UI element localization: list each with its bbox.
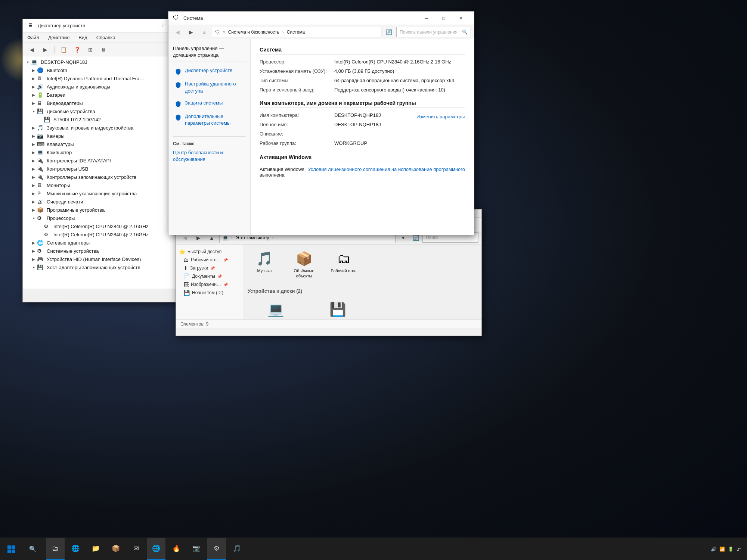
search-field[interactable]: Поиск в панели управления 🔍 <box>396 27 471 37</box>
folder-desktop[interactable]: 🗂 Рабочий стол <box>327 249 360 281</box>
tree-arrow-network[interactable]: ▶ <box>30 241 37 245</box>
sidebar-link-remote[interactable]: Настройка удаленного доступа <box>173 78 246 96</box>
tray-volume-icon[interactable]: 🔊 <box>711 547 716 552</box>
addr-up-button[interactable]: ▲ <box>198 27 210 38</box>
toolbar-back-button[interactable]: ◀ <box>26 44 38 55</box>
also-link-security[interactable]: Центр безопасности и обслуживания <box>173 149 246 163</box>
tree-arrow-intel[interactable]: ▶ <box>30 77 37 81</box>
nav-item-quickaccess[interactable]: ⭐ Быстрый доступ <box>176 248 243 256</box>
ram-label: Установленная память (ОЗУ): <box>260 68 334 74</box>
tree-arrow-bluetooth[interactable]: ▶ <box>30 68 37 72</box>
nav-item-newvol[interactable]: 💾 Новый том (D:) <box>176 289 243 297</box>
tray-network-icon[interactable]: 📶 <box>719 547 725 552</box>
system-close-button[interactable]: ✕ <box>452 12 469 25</box>
taskbar-icon-firefox[interactable]: 🔥 <box>167 538 186 560</box>
addr-part-security[interactable]: Система и безопасность <box>228 29 279 35</box>
activation-link[interactable]: Условия лицензионного соглашения на испо… <box>308 167 465 178</box>
toolbar-help-button[interactable]: ❓ <box>71 44 83 55</box>
taskbar-icon-camera[interactable]: 📷 <box>187 538 206 560</box>
tree-item-hid[interactable]: ▶ 🎮 Устройства HID (Human Interface Devi… <box>23 255 194 263</box>
taskbar-icon-browser[interactable]: 🌐 <box>147 538 165 560</box>
nav-item-downloads[interactable]: ⬇ Загрузки 📌 <box>176 264 243 272</box>
addr-forward-button[interactable]: ▶ <box>185 27 197 38</box>
start-button[interactable] <box>0 538 22 560</box>
system-maximize-button[interactable]: □ <box>435 12 452 25</box>
tree-arrow-sound[interactable]: ▶ <box>30 126 37 130</box>
addr-part-system[interactable]: Система <box>287 29 305 35</box>
tree-arrow-disks[interactable]: ▾ <box>30 109 37 113</box>
taskbar-icon-music[interactable]: 🎵 <box>227 538 246 560</box>
menu-view[interactable]: Вид <box>77 34 89 41</box>
toolbar-forward-button[interactable]: ▶ <box>39 44 51 55</box>
sidebar-link-advanced[interactable]: Дополнительные параметры системы <box>173 111 246 129</box>
computer-name-row: Имя компьютера: DESKTOP-NQHP18J <box>260 112 416 118</box>
tree-arrow-keyboards[interactable]: ▶ <box>30 142 37 146</box>
folder-3d-objects[interactable]: 📦 Объёмные объекты <box>287 249 321 281</box>
tree-label-video: Видеоадаптеры <box>47 100 83 106</box>
nav-pin-images: 📌 <box>223 283 228 287</box>
toolbar-monitor-button[interactable]: 🖥 <box>98 44 110 55</box>
tree-label-keyboards: Клавиатуры <box>47 141 74 147</box>
sidebar-home-label: Панель управления — домашняя страница <box>173 45 246 59</box>
sidebar-link-protection[interactable]: Защита системы <box>173 97 246 110</box>
menu-help[interactable]: Справка <box>95 34 117 41</box>
folder-music[interactable]: 🎵 Музыка <box>248 249 281 281</box>
taskbar-icon-filemanager[interactable]: 🗂 <box>46 538 65 560</box>
tree-arrow-sysdevices[interactable]: ▶ <box>30 249 37 253</box>
drive-d[interactable]: 💾 Новый том (D:) 302 ГБ свободно из 304 … <box>310 300 366 319</box>
drive-c[interactable]: 💻 Локальный диск (C:) 123 ГБ свободно из… <box>248 300 304 319</box>
tree-arrow-cameras[interactable]: ▶ <box>30 134 37 138</box>
nav-item-documents[interactable]: 📄 Документы 📌 <box>176 272 243 280</box>
change-params-container: Изменить параметры <box>416 112 465 119</box>
toolbar-properties-button[interactable]: 📋 <box>58 44 69 55</box>
addr-refresh-button[interactable]: 🔄 <box>383 27 395 38</box>
tree-arrow-storage-ctrl[interactable]: ▶ <box>30 175 37 179</box>
desktop-icon: 🗂 <box>183 257 189 263</box>
taskbar-icon-settings[interactable]: ⚙ <box>207 538 226 560</box>
taskbar-icon-mail[interactable]: ✉ <box>127 538 145 560</box>
nav-item-images[interactable]: 🖼 Изображени… 📌 <box>176 280 243 289</box>
menu-file[interactable]: Файл <box>26 34 41 41</box>
tree-arrow-print[interactable]: ▶ <box>30 200 37 204</box>
tree-arrow-usb[interactable]: ▶ <box>30 167 37 171</box>
address-field[interactable]: 🛡 « Система и безопасность › Система <box>212 27 381 37</box>
change-params-button[interactable]: Изменить параметры <box>416 114 465 119</box>
workgroup-row: Рабочая группа: WORKGROUP <box>260 140 416 146</box>
pen-value: Поддержка сенсорного ввода (точек касани… <box>334 87 465 93</box>
tree-arrow-video[interactable]: ▶ <box>30 101 37 105</box>
taskbar-icon-edge[interactable]: 🌐 <box>66 538 85 560</box>
computer-name-value: DESKTOP-NQHP18J <box>334 112 416 118</box>
st500-icon: 💾 <box>44 116 52 122</box>
taskbar-icon-folder[interactable]: 📁 <box>86 538 105 560</box>
system-minimize-button[interactable]: ─ <box>418 12 435 25</box>
tree-arrow-hid[interactable]: ▶ <box>30 257 37 261</box>
taskbar-icon-store[interactable]: 📦 <box>106 538 125 560</box>
tree-arrow-software[interactable]: ▶ <box>30 208 37 212</box>
tree-arrow-comp[interactable]: ▶ <box>30 150 37 155</box>
devmgr-minimize-button[interactable]: ─ <box>138 19 155 32</box>
taskbar-search-button[interactable]: 🔍 <box>22 538 43 560</box>
tree-arrow-monitors[interactable]: ▶ <box>30 183 37 187</box>
tree-item-host-adapters[interactable]: ▾ 💾 Хост-адаптеры запоминающих устройств <box>23 263 194 271</box>
addr-back-button[interactable]: ◀ <box>171 27 183 38</box>
sidebar-link-remote-text: Настройка удаленного доступа <box>185 81 244 94</box>
toolbar-view-button[interactable]: ⊞ <box>84 44 96 55</box>
tree-arrow-host-adapters[interactable]: ▾ <box>30 265 37 270</box>
tray-battery-icon[interactable]: 🔋 <box>728 547 734 552</box>
ram-row: Установленная память (ОЗУ): 4,00 ГБ (3,8… <box>260 68 465 74</box>
tree-arrow-audio[interactable]: ▶ <box>30 85 37 89</box>
taskbar-clock[interactable]: Вт <box>737 547 741 551</box>
tree-arrow-computer[interactable]: ▾ <box>24 60 31 64</box>
sidebar-link-devmgr[interactable]: Диспетчер устройств <box>173 65 246 78</box>
menu-action[interactable]: Действие <box>47 34 71 41</box>
pen-label: Перо и сенсорный ввод: <box>260 87 334 93</box>
tree-item-network[interactable]: ▶ 🌐 Сетевые адаптеры <box>23 239 194 247</box>
tree-arrow-mice[interactable]: ▶ <box>30 192 37 196</box>
3d-objects-icon: 📦 <box>296 251 313 267</box>
tree-arrow-ide[interactable]: ▶ <box>30 159 37 163</box>
tree-arrow-batteries[interactable]: ▶ <box>30 93 37 97</box>
tree-arrow-processors[interactable]: ▾ <box>30 216 37 220</box>
activation-title: Активация Windows <box>260 154 465 162</box>
tree-item-sysdevices[interactable]: ▶ ⚙ Системные устройства <box>23 247 194 255</box>
nav-item-desktop[interactable]: 🗂 Рабочий сто… 📌 <box>176 256 243 264</box>
